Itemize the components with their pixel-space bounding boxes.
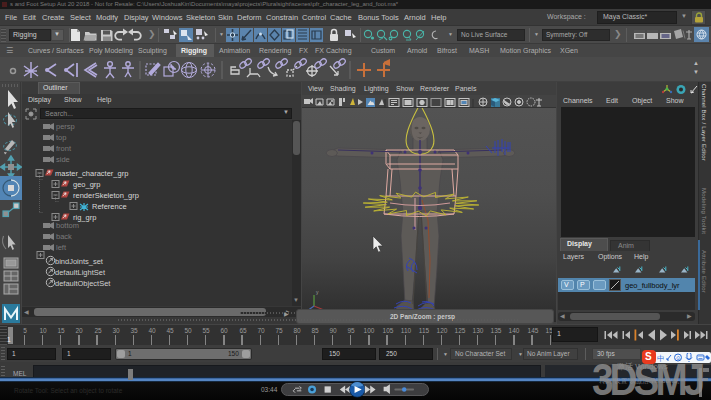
svg-text:25: 25 — [94, 327, 102, 334]
svg-text:40: 40 — [148, 327, 156, 334]
svg-text:Reference: Reference — [92, 202, 127, 211]
svg-text:10: 10 — [39, 327, 47, 334]
svg-text:60: 60 — [220, 327, 228, 334]
svg-text:defaultObjectSet: defaultObjectSet — [55, 279, 111, 288]
svg-text:persp: persp — [56, 122, 75, 131]
svg-text:left: left — [56, 243, 67, 252]
svg-text:80: 80 — [293, 327, 301, 334]
svg-text:105: 105 — [383, 327, 394, 334]
svg-text:145: 145 — [528, 327, 539, 334]
svg-text:70: 70 — [257, 327, 265, 334]
svg-text:defaultLightSet: defaultLightSet — [55, 268, 106, 277]
svg-text:5: 5 — [23, 327, 27, 334]
svg-text:side: side — [56, 155, 70, 164]
svg-text:30: 30 — [112, 327, 120, 334]
svg-text:renderSkeleton_grp: renderSkeleton_grp — [73, 191, 139, 200]
svg-text:125: 125 — [455, 327, 466, 334]
svg-text:⊙: ⊙ — [676, 355, 681, 361]
svg-text:65: 65 — [239, 327, 247, 334]
svg-text:85: 85 — [311, 327, 319, 334]
svg-text:y: y — [316, 289, 319, 295]
svg-text:90: 90 — [329, 327, 337, 334]
svg-text:110: 110 — [401, 327, 412, 334]
svg-text:130: 130 — [473, 327, 484, 334]
svg-text:140: 140 — [509, 327, 520, 334]
svg-text:35: 35 — [130, 327, 138, 334]
svg-text:45: 45 — [166, 327, 174, 334]
svg-text:back: back — [56, 232, 72, 241]
svg-text:55: 55 — [202, 327, 210, 334]
svg-text:135: 135 — [491, 327, 502, 334]
svg-text:120: 120 — [437, 327, 448, 334]
svg-text:115: 115 — [419, 327, 430, 334]
svg-text:geo_grp: geo_grp — [73, 180, 101, 189]
svg-text:15: 15 — [57, 327, 65, 334]
svg-text:100: 100 — [364, 327, 375, 334]
svg-text:bottom: bottom — [56, 221, 79, 230]
svg-text:rig_grp: rig_grp — [73, 213, 96, 222]
svg-text:master_character_grp: master_character_grp — [55, 169, 128, 178]
svg-text:中: 中 — [657, 354, 665, 363]
svg-text:bindJoints_set: bindJoints_set — [55, 257, 104, 266]
svg-text:95: 95 — [347, 327, 355, 334]
svg-text:50: 50 — [184, 327, 192, 334]
svg-text:20: 20 — [75, 327, 83, 334]
svg-text:75: 75 — [275, 327, 283, 334]
svg-text:front: front — [56, 144, 72, 153]
svg-text:top: top — [56, 133, 66, 142]
